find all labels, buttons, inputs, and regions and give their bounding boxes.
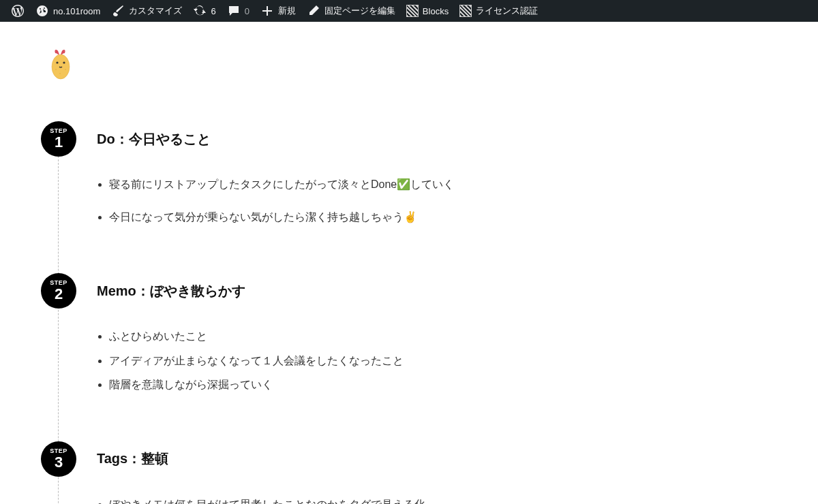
license-link[interactable]: ライセンス認証: [454, 0, 543, 22]
step-header: STEP 2 Memo：ぼやき散らかす: [41, 273, 777, 309]
step-badge: STEP 1: [41, 121, 76, 157]
step-badge-number: 1: [55, 135, 63, 150]
step-header: STEP 3 Tags：整頓: [41, 441, 777, 477]
steps-container: STEP 1 Do：今日やること 寝る前にリストアップしたタスクにしたがって淡々…: [41, 121, 777, 504]
svg-point-4: [55, 69, 56, 69]
new-label: 新規: [278, 5, 296, 17]
edit-page-link[interactable]: 固定ページを編集: [301, 0, 401, 22]
svg-point-2: [56, 61, 58, 63]
brush-icon: [111, 4, 125, 18]
list-item: アイディアが止まらなくなって１人会議をしたくなったこと: [109, 352, 777, 370]
wp-admin-bar: no.101room カスタマイズ 6 0 新規 固定ページを編集 Blocks: [0, 0, 818, 22]
step-badge-number: 2: [55, 287, 63, 302]
customize-link[interactable]: カスタマイズ: [106, 0, 187, 22]
step-header: STEP 1 Do：今日やること: [41, 121, 777, 157]
comments-count: 0: [245, 6, 249, 16]
svg-point-5: [65, 69, 65, 69]
step-items: ぼやきメモは何を目がけて思考したことなのかをタグで見える化: [41, 496, 777, 504]
edit-page-label: 固定ページを編集: [324, 5, 395, 17]
refresh-icon: [193, 4, 207, 18]
blocks-link[interactable]: Blocks: [401, 0, 454, 22]
list-item: 今日になって気分が乗らない気がしたら潔く持ち越しちゃう✌️: [109, 208, 777, 226]
updates-count: 6: [211, 6, 215, 16]
blocks-icon: [406, 5, 419, 17]
new-content-link[interactable]: 新規: [255, 0, 301, 22]
list-item: ぼやきメモは何を目がけて思考したことなのかをタグで見える化: [109, 496, 777, 504]
step-title: Do：今日やること: [97, 130, 211, 148]
site-name-label: no.101room: [53, 6, 100, 16]
step-items: 寝る前にリストアップしたタスクにしたがって淡々とDone✅していく 今日になって…: [41, 176, 777, 225]
step-3: STEP 3 Tags：整頓 ぼやきメモは何を目がけて思考したことなのかをタグで…: [41, 441, 777, 504]
step-title: Tags：整頓: [97, 450, 168, 468]
blocks-label: Blocks: [423, 6, 449, 16]
comments-link[interactable]: 0: [222, 0, 255, 22]
license-label: ライセンス認証: [476, 5, 538, 17]
svg-point-3: [63, 61, 65, 63]
step-title: Memo：ぼやき散らかす: [97, 282, 245, 300]
list-item: 寝る前にリストアップしたタスクにしたがって淡々とDone✅していく: [109, 176, 777, 193]
avatar: [50, 49, 71, 80]
customize-label: カスタマイズ: [129, 5, 182, 17]
license-icon: [459, 5, 472, 17]
updates-link[interactable]: 6: [187, 0, 221, 22]
plus-icon: [260, 4, 274, 18]
list-item: 階層を意識しながら深掘っていく: [109, 376, 777, 394]
step-badge-number: 3: [55, 455, 63, 470]
comment-icon: [227, 4, 241, 18]
step-badge: STEP 2: [41, 273, 76, 309]
site-name-link[interactable]: no.101room: [30, 0, 106, 22]
pencil-icon: [307, 4, 320, 18]
step-items: ふとひらめいたこと アイディアが止まらなくなって１人会議をしたくなったこと 階層…: [41, 328, 777, 394]
list-item: ふとひらめいたこと: [109, 328, 777, 345]
wordpress-icon: [11, 4, 25, 18]
wp-logo[interactable]: [5, 0, 30, 22]
step-badge: STEP 3: [41, 441, 76, 477]
dashboard-icon: [35, 4, 49, 18]
svg-point-6: [59, 73, 60, 74]
step-2: STEP 2 Memo：ぼやき散らかす ふとひらめいたこと アイディアが止まらな…: [41, 273, 777, 394]
step-1: STEP 1 Do：今日やること 寝る前にリストアップしたタスクにしたがって淡々…: [41, 121, 777, 225]
page-content: STEP 1 Do：今日やること 寝る前にリストアップしたタスクにしたがって淡々…: [0, 22, 818, 504]
